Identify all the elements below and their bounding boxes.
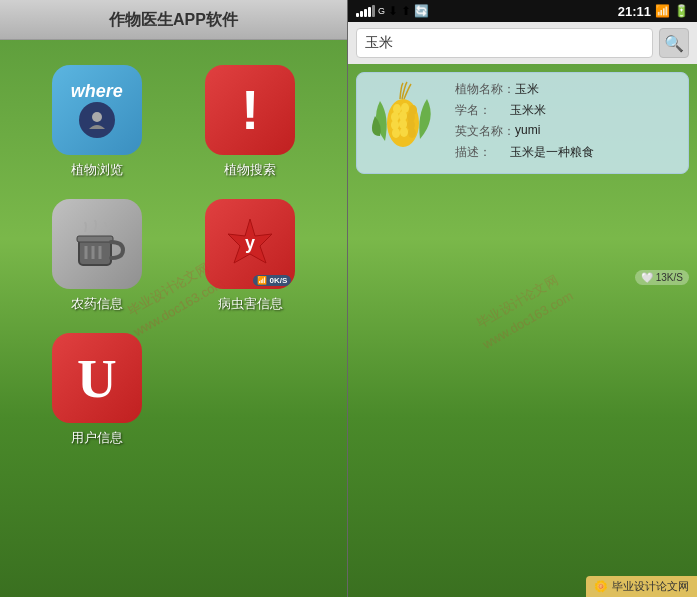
corn-image — [365, 81, 445, 165]
english-name-label: 英文名称： — [455, 123, 515, 140]
scientific-name-row: 学名： 玉米米 — [455, 102, 680, 119]
description-row: 描述： 玉米是一种粮食 — [455, 144, 680, 161]
right-phone: G ⬇ ⬆ 🔄 21:11 📶 🔋 玉米 🔍 — [348, 0, 697, 597]
download-icon: ⬇ — [388, 4, 398, 18]
browse-icon[interactable]: where — [52, 65, 142, 155]
exclaim-mark: ! — [241, 83, 259, 138]
grid-item-pest[interactable]: y 📶 0K/S 病虫害信息 — [184, 199, 318, 313]
svg-point-0 — [92, 112, 102, 122]
right-watermark: 毕业设计论文网 www.doc163.com — [468, 267, 577, 354]
left-phone: 作物医生APP软件 where 植物浏览 ! — [0, 0, 348, 597]
network-icon: G — [378, 6, 385, 16]
pesticide-icon[interactable] — [52, 199, 142, 289]
bottom-bar: 🌼 毕业设计论文网 — [586, 576, 697, 597]
plant-name-row: 植物名称： 玉米 — [455, 81, 680, 98]
signal-icon — [356, 5, 375, 17]
speed-value: 13K/S — [656, 272, 683, 283]
user-icon[interactable]: U — [52, 333, 142, 423]
speed-badge: 🤍 13K/S — [635, 270, 689, 285]
status-left: G ⬇ ⬆ 🔄 — [356, 4, 429, 18]
pest-icon[interactable]: y 📶 0K/S — [205, 199, 295, 289]
app-title: 作物医生APP软件 — [109, 11, 238, 28]
status-right: 21:11 📶 🔋 — [618, 4, 689, 19]
upload-icon: ⬆ — [401, 4, 411, 18]
search-input[interactable]: 玉米 — [356, 28, 653, 58]
plant-name-value: 玉米 — [515, 81, 539, 98]
user-label: 用户信息 — [71, 429, 123, 447]
svg-text:y: y — [245, 233, 255, 253]
grid-item-pesticide[interactable]: 农药信息 — [30, 199, 164, 313]
svg-rect-2 — [77, 236, 113, 242]
search-magnifier-icon: 🔍 — [664, 34, 684, 53]
pesticide-label: 农药信息 — [71, 295, 123, 313]
app-grid: where 植物浏览 ! 植物搜索 — [0, 40, 347, 472]
svg-rect-1 — [79, 239, 111, 265]
grid-item-user[interactable]: U 用户信息 — [30, 333, 164, 447]
scientific-name-label: 学名： — [455, 102, 510, 119]
english-name-value: yumi — [515, 123, 540, 140]
pest-speed: 0K/S — [269, 276, 287, 285]
bottom-icon: 🌼 — [594, 580, 608, 593]
svg-point-18 — [392, 128, 400, 138]
status-bar: G ⬇ ⬆ 🔄 21:11 📶 🔋 — [348, 0, 697, 22]
result-card: 植物名称： 玉米 学名： 玉米米 英文名称： yumi 描述： 玉米是一种粮食 — [356, 72, 689, 174]
u-letter: U — [77, 347, 117, 410]
search-bar: 玉米 🔍 — [348, 22, 697, 64]
grid-item-browse[interactable]: where 植物浏览 — [30, 65, 164, 179]
search-text: 玉米 — [365, 34, 393, 52]
left-header: 作物医生APP软件 — [0, 0, 347, 40]
english-name-row: 英文名称： yumi — [455, 123, 680, 140]
pest-label: 病虫害信息 — [218, 295, 283, 313]
svg-point-20 — [408, 128, 416, 138]
plant-info: 植物名称： 玉米 学名： 玉米米 英文名称： yumi 描述： 玉米是一种粮食 — [455, 81, 680, 165]
browse-label: 植物浏览 — [71, 161, 123, 179]
where-text: where — [71, 82, 123, 100]
plant-name-label: 植物名称： — [455, 81, 515, 98]
svg-point-19 — [400, 127, 408, 137]
search-plant-icon[interactable]: ! — [205, 65, 295, 155]
time-display: 21:11 — [618, 4, 651, 19]
bottom-text: 毕业设计论文网 — [612, 579, 689, 594]
description-value: 玉米是一种粮食 — [510, 144, 594, 161]
heart-icon: 🤍 — [641, 272, 653, 283]
description-label: 描述： — [455, 144, 510, 161]
grid-item-search[interactable]: ! 植物搜索 — [184, 65, 318, 179]
wifi-icon: 📶 — [655, 4, 670, 18]
sync-icon: 🔄 — [414, 4, 429, 18]
search-label: 植物搜索 — [224, 161, 276, 179]
scientific-name-value: 玉米米 — [510, 102, 546, 119]
search-button[interactable]: 🔍 — [659, 28, 689, 58]
battery-icon: 🔋 — [674, 4, 689, 18]
